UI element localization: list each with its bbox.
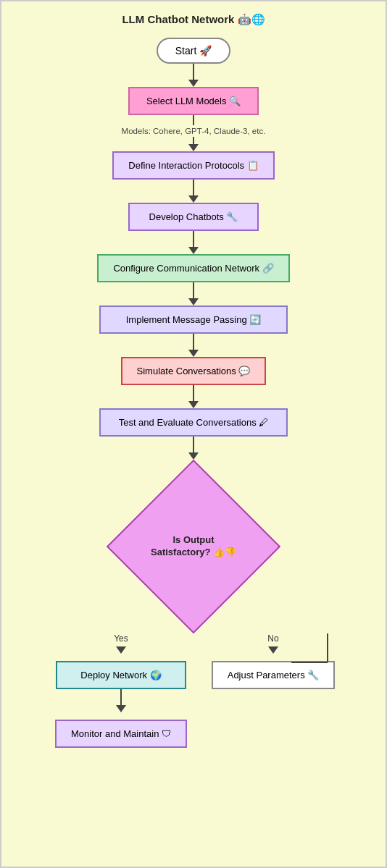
simulate-conversations-node: Simulate Conversations 💬	[121, 357, 267, 385]
arrow-yes	[116, 646, 126, 654]
arrow-5	[188, 298, 199, 306]
develop-chatbots-node: Develop Chatbots 🔧	[128, 203, 259, 231]
deploy-network-node: Deploy Network 🌍	[56, 661, 186, 689]
arrow-7	[188, 401, 199, 408]
arrow-6	[188, 350, 199, 357]
adjust-parameters-node: Adjust Parameters 🔧	[212, 661, 336, 689]
arrow-3	[188, 195, 199, 203]
arrow-deploy	[116, 705, 126, 712]
start-node: Start 🚀	[157, 38, 230, 64]
decision-node: Is Output Satisfactory? 👍👎	[107, 460, 280, 633]
diagram-container: LLM Chatbot Network 🤖🌐 Start 🚀 Select LL…	[0, 0, 387, 868]
define-interaction-node: Define Interaction Protocols 📋	[112, 151, 274, 180]
yes-label: Yes	[114, 633, 128, 644]
no-label: No	[267, 633, 278, 644]
test-evaluate-node: Test and Evaluate Conversations 🖊	[99, 408, 288, 437]
configure-network-node: Configure Communication Network 🔗	[97, 254, 289, 282]
arrow-8	[188, 452, 199, 460]
diagram-title: LLM Chatbot Network 🤖🌐	[122, 13, 265, 26]
arrow-2	[188, 144, 199, 151]
decision-text: Is Output Satisfactory? 👍👎	[143, 534, 244, 559]
models-note: Models: Cohere, GPT-4, Claude-3, etc.	[122, 127, 266, 135]
arrow-1	[188, 80, 199, 87]
arrow-4	[188, 247, 199, 254]
implement-message-node: Implement Message Passing 🔄	[99, 306, 288, 334]
arrow-no	[268, 646, 278, 654]
select-llm-node: Select LLM Models 🔍	[128, 87, 259, 115]
monitor-maintain-node: Monitor and Maintain 🛡	[55, 720, 187, 748]
